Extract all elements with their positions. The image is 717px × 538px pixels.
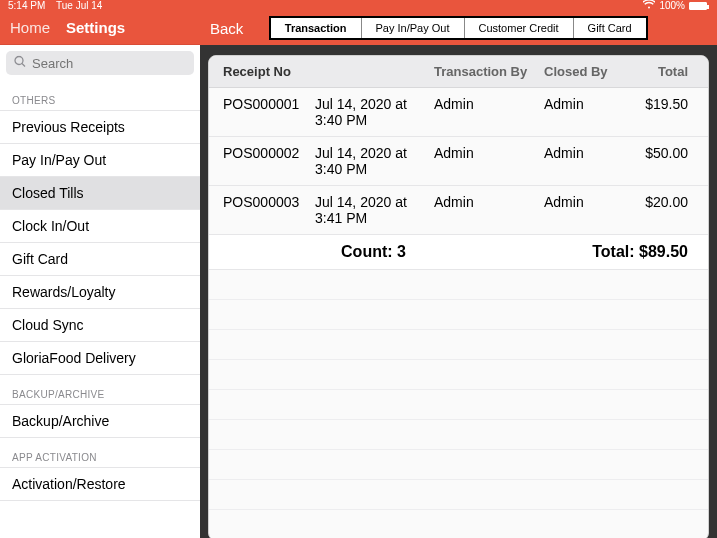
sidebar-item[interactable]: Cloud Sync <box>0 309 200 342</box>
col-date <box>309 56 428 87</box>
cell-receipt: POS000003 <box>209 186 309 234</box>
status-time: 5:14 PM <box>8 0 45 11</box>
back-button[interactable]: Back <box>210 20 243 37</box>
cell-total: $50.00 <box>628 137 708 185</box>
summary-total: Total: $89.50 <box>538 235 708 269</box>
empty-row <box>209 420 708 450</box>
sidebar-item[interactable]: Closed Tills <box>0 177 200 210</box>
section-header: BACKUP/ARCHIVE <box>0 375 200 405</box>
tab[interactable]: Pay In/Pay Out <box>361 18 464 38</box>
table-summary: Count: 3 Total: $89.50 <box>209 235 708 270</box>
sidebar-header: Home Settings <box>0 11 200 45</box>
cell-total: $19.50 <box>628 88 708 136</box>
cell-closed-by: Admin <box>538 88 628 136</box>
transactions-panel: Receipt No Transaction By Closed By Tota… <box>208 55 709 538</box>
empty-row <box>209 270 708 300</box>
cell-receipt: POS000002 <box>209 137 309 185</box>
table-header: Receipt No Transaction By Closed By Tota… <box>209 56 708 88</box>
search-input[interactable] <box>6 51 194 75</box>
cell-receipt: POS000001 <box>209 88 309 136</box>
empty-row <box>209 330 708 360</box>
empty-row <box>209 390 708 420</box>
col-total: Total <box>628 56 708 87</box>
section-header: OTHERS <box>0 81 200 111</box>
empty-row <box>209 480 708 510</box>
cell-closed-by: Admin <box>538 186 628 234</box>
sidebar-item[interactable]: Backup/Archive <box>0 405 200 438</box>
empty-row <box>209 300 708 330</box>
empty-row <box>209 510 708 538</box>
sidebar-item[interactable]: Rewards/Loyalty <box>0 276 200 309</box>
section-header: APP ACTIVATION <box>0 438 200 468</box>
sidebar-list: OTHERSPrevious ReceiptsPay In/Pay OutClo… <box>0 81 200 538</box>
cell-transaction-by: Admin <box>428 186 538 234</box>
tab-group: TransactionPay In/Pay OutCustomer Credit… <box>269 16 648 40</box>
col-transaction-by: Transaction By <box>428 56 538 87</box>
table-row[interactable]: POS000003Jul 14, 2020 at 3:41 PMAdminAdm… <box>209 186 708 235</box>
settings-title: Settings <box>66 19 125 36</box>
search-icon <box>14 56 26 71</box>
battery-icon <box>689 2 707 10</box>
cell-closed-by: Admin <box>538 137 628 185</box>
col-closed-by: Closed By <box>538 56 628 87</box>
cell-total: $20.00 <box>628 186 708 234</box>
search-box[interactable] <box>6 51 194 75</box>
summary-count: Count: 3 <box>209 235 538 269</box>
cell-transaction-by: Admin <box>428 88 538 136</box>
tab[interactable]: Gift Card <box>573 18 646 38</box>
cell-date: Jul 14, 2020 at 3:41 PM <box>309 186 428 234</box>
svg-line-1 <box>22 64 25 67</box>
sidebar-item[interactable]: Gift Card <box>0 243 200 276</box>
cell-date: Jul 14, 2020 at 3:40 PM <box>309 137 428 185</box>
tab[interactable]: Transaction <box>271 18 361 38</box>
status-bar: 5:14 PM Tue Jul 14 100% <box>0 0 717 11</box>
table-row[interactable]: POS000001Jul 14, 2020 at 3:40 PMAdminAdm… <box>209 88 708 137</box>
sidebar-item[interactable]: Pay In/Pay Out <box>0 144 200 177</box>
sidebar-item[interactable]: GloriaFood Delivery <box>0 342 200 375</box>
sidebar-item[interactable]: Previous Receipts <box>0 111 200 144</box>
sidebar: Home Settings OTHERSPrevious ReceiptsPay… <box>0 11 200 538</box>
empty-row <box>209 450 708 480</box>
svg-point-0 <box>15 57 23 65</box>
cell-transaction-by: Admin <box>428 137 538 185</box>
home-link[interactable]: Home <box>10 19 50 36</box>
table-row[interactable]: POS000002Jul 14, 2020 at 3:40 PMAdminAdm… <box>209 137 708 186</box>
status-battery: 100% <box>659 0 685 11</box>
sidebar-item[interactable]: Activation/Restore <box>0 468 200 501</box>
col-receipt: Receipt No <box>209 56 309 87</box>
wifi-icon <box>643 0 655 11</box>
table-body: POS000001Jul 14, 2020 at 3:40 PMAdminAdm… <box>209 88 708 235</box>
topbar: Back TransactionPay In/Pay OutCustomer C… <box>200 11 717 45</box>
status-date: Tue Jul 14 <box>56 0 102 11</box>
cell-date: Jul 14, 2020 at 3:40 PM <box>309 88 428 136</box>
tab[interactable]: Customer Credit <box>464 18 573 38</box>
sidebar-item[interactable]: Clock In/Out <box>0 210 200 243</box>
empty-row <box>209 360 708 390</box>
